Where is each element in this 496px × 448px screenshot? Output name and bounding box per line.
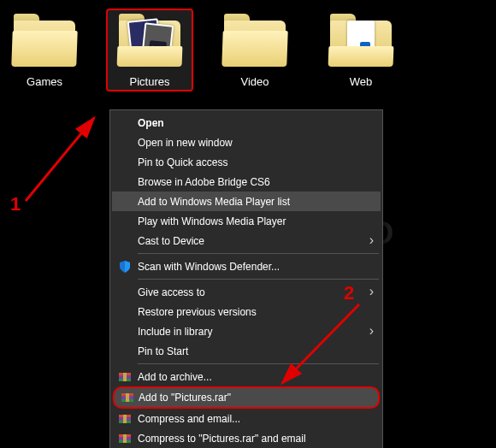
svg-rect-12	[123, 415, 127, 423]
menu-pin-quick-access[interactable]: Pin to Quick access	[112, 152, 381, 172]
svg-rect-4	[123, 373, 127, 381]
menu-cast-to-device[interactable]: Cast to Device	[112, 231, 381, 251]
annotation-label-1: 1	[10, 193, 21, 215]
menu-play-wmp[interactable]: Play with Windows Media Player	[112, 211, 381, 231]
annotation-arrow-2	[248, 298, 376, 400]
folders-row: Games Ps Pictures Video	[0, 0, 496, 88]
folder-label: Video	[214, 75, 296, 88]
folder-icon	[221, 12, 289, 70]
menu-open-new-window[interactable]: Open in new window	[112, 133, 381, 152]
winrar-icon	[117, 431, 133, 446]
menu-separator	[138, 253, 379, 254]
folder-icon	[10, 12, 79, 70]
winrar-icon	[120, 390, 135, 405]
folder-label: Web	[320, 75, 402, 88]
winrar-icon	[117, 369, 133, 385]
menu-browse-bridge[interactable]: Browse in Adobe Bridge CS6	[112, 172, 381, 192]
folder-pictures[interactable]: Ps Pictures	[106, 9, 193, 91]
winrar-icon	[117, 411, 133, 427]
menu-separator	[138, 279, 379, 280]
menu-compress-email[interactable]: Compress and email...	[112, 409, 381, 428]
desktop: PACITEKNO Games Ps Pictures	[0, 0, 496, 448]
folder-label: Pictures	[109, 75, 190, 88]
svg-rect-8	[126, 393, 129, 402]
menu-add-wmp-list[interactable]: Add to Windows Media Player list	[112, 192, 381, 211]
menu-compress-rar-email[interactable]: Compress to "Pictures.rar" and email	[112, 428, 381, 448]
svg-rect-16	[123, 434, 127, 443]
annotation-label-2: 2	[344, 282, 354, 304]
svg-line-17	[282, 304, 359, 383]
menu-scan-defender[interactable]: Scan with Windows Defender...	[112, 256, 381, 276]
folder-games[interactable]: Games	[3, 12, 86, 88]
svg-line-0	[26, 118, 94, 201]
folder-icon	[327, 12, 395, 70]
folder-video[interactable]: Video	[214, 12, 296, 88]
folder-web[interactable]: Web	[320, 12, 402, 88]
defender-shield-icon	[117, 259, 133, 274]
menu-open[interactable]: Open	[112, 113, 381, 133]
folder-label: Games	[3, 75, 86, 88]
folder-icon: Ps	[115, 12, 184, 70]
